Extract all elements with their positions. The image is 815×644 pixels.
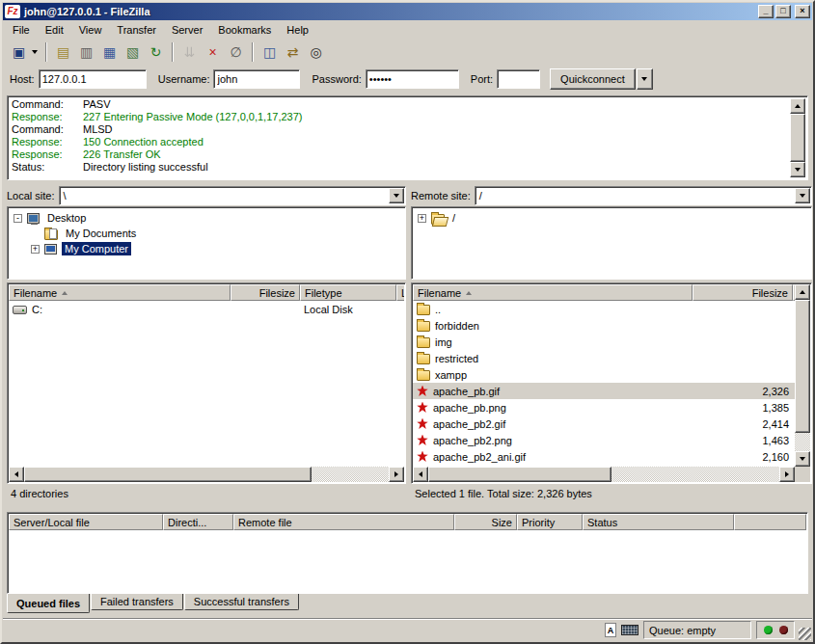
find-files-button[interactable]: ◎ [305, 41, 327, 63]
remote-hscrollbar[interactable] [413, 467, 795, 482]
column-header-remote-file[interactable]: Remote file [233, 514, 454, 530]
file-row[interactable]: apache_pb2.gif2,414 [413, 416, 795, 432]
column-header-filetype[interactable]: Filetype [300, 284, 396, 301]
tree-expander[interactable]: - [14, 214, 22, 223]
port-input[interactable] [497, 69, 540, 89]
tree-item-desktop[interactable]: -Desktop [8, 210, 405, 226]
directory-comparison-button[interactable]: ◫ [258, 41, 281, 63]
queue-body [9, 530, 806, 592]
file-row[interactable]: forbidden [413, 317, 795, 334]
log-line-text: PASV [83, 98, 111, 111]
menu-item-bookmarks[interactable]: Bookmarks [210, 21, 279, 39]
site-manager-button[interactable]: ▣ [8, 41, 30, 63]
disconnect-button[interactable]: ∅ [225, 41, 247, 63]
menu-item-file[interactable]: File [5, 21, 38, 39]
log-scrollbar[interactable] [790, 98, 805, 177]
local-site-label: Local site: [7, 190, 55, 201]
local-site-combo[interactable]: \ [59, 186, 406, 205]
synchronized-browsing-button[interactable]: ⇄ [282, 41, 304, 63]
scrollbar-thumb[interactable] [795, 300, 810, 433]
password-input[interactable] [366, 69, 459, 89]
file-row[interactable]: .. [413, 301, 795, 317]
column-header-l[interactable]: L [396, 284, 404, 301]
file-row[interactable]: apache_pb.gif2,326 [413, 383, 795, 399]
tree-expander[interactable]: + [31, 245, 40, 254]
file-row[interactable]: apache_pb2_ani.gif2,160 [413, 448, 795, 465]
column-header-label: Server/Local file [14, 517, 90, 528]
scrollbar-thumb[interactable] [24, 467, 312, 482]
menu-item-view[interactable]: View [71, 21, 110, 39]
filename-cell: xampp [413, 366, 693, 383]
scroll-down-button[interactable] [795, 451, 810, 467]
scroll-down-button[interactable] [790, 162, 805, 177]
column-header-size[interactable]: Size [454, 514, 517, 530]
file-row[interactable]: restricted [413, 350, 795, 366]
scroll-up-button[interactable] [790, 98, 805, 114]
tree-label: My Documents [63, 227, 139, 240]
quickconnect-dropdown-button[interactable] [637, 68, 653, 90]
tab-queued-files[interactable]: Queued files [7, 594, 90, 613]
titlebar[interactable]: Fz john@127.0.0.1 - FileZilla _ □ × [3, 3, 812, 20]
remote-site-combo[interactable]: / [475, 186, 812, 205]
column-header-directi[interactable]: Directi... [163, 514, 233, 530]
toggle-remote-tree-button[interactable]: ▦ [98, 41, 121, 63]
scrollbar-track[interactable] [795, 300, 810, 451]
column-header-filename[interactable]: Filename [9, 284, 231, 301]
site-manager-dropdown-button[interactable] [28, 41, 41, 63]
tree-item-my-documents[interactable]: My Documents [8, 226, 405, 241]
column-header-filesize[interactable]: Filesize [693, 284, 793, 301]
host-input[interactable] [39, 69, 147, 89]
username-input[interactable] [213, 69, 300, 89]
scrollbar-track[interactable] [790, 114, 805, 162]
tree-item-my-computer[interactable]: +My Computer [8, 241, 405, 256]
scrollbar-thumb[interactable] [790, 114, 805, 162]
scroll-up-button[interactable] [795, 284, 810, 300]
close-button[interactable]: × [795, 5, 810, 18]
column-header-filename[interactable]: Filename [413, 284, 693, 301]
toggle-transfer-queue-button[interactable]: ▧ [122, 41, 144, 63]
menu-item-transfer[interactable]: Transfer [109, 21, 164, 39]
scrollbar-thumb[interactable] [428, 467, 611, 482]
tab-failed-transfers[interactable]: Failed transfers [91, 594, 183, 610]
toggle-message-log-button[interactable]: ▤ [52, 41, 74, 63]
tree-item-item[interactable]: +/ [412, 210, 811, 226]
toggle-message-log-icon: ▤ [57, 45, 69, 59]
tree-expander[interactable]: + [418, 214, 426, 223]
encryption-status-icon[interactable] [621, 625, 638, 635]
file-row[interactable]: C:Local Disk [9, 301, 404, 317]
remote-vscrollbar[interactable] [795, 284, 810, 467]
log-line: Response:226 Transfer OK [12, 148, 788, 161]
file-row[interactable]: xampp [413, 366, 795, 383]
refresh-button[interactable]: ↻ [145, 41, 167, 63]
local-site-dropdown-button[interactable] [389, 188, 404, 203]
scroll-left-button[interactable] [413, 467, 428, 482]
cancel-operation-button[interactable]: × [202, 41, 224, 63]
tab-successful-transfers[interactable]: Successful transfers [184, 594, 299, 610]
process-queue-button[interactable]: ⇊ [178, 41, 201, 63]
column-header-filesize[interactable]: Filesize [231, 284, 300, 301]
remote-site-dropdown-button[interactable] [795, 188, 810, 203]
scrollbar-track[interactable] [24, 467, 389, 482]
scrollbar-track[interactable] [428, 467, 779, 482]
resize-grip[interactable] [799, 628, 811, 640]
minimize-button[interactable]: _ [758, 5, 774, 18]
local-hscrollbar[interactable] [9, 467, 404, 482]
quickconnect-button[interactable]: Quickconnect [550, 68, 636, 90]
scroll-left-button[interactable] [9, 467, 24, 482]
maximize-button[interactable]: □ [775, 5, 791, 18]
file-row[interactable]: apache_pb2.png1,463 [413, 432, 795, 448]
menu-item-edit[interactable]: Edit [38, 21, 71, 39]
transfer-type-icon[interactable]: A [605, 623, 616, 637]
menu-item-server[interactable]: Server [164, 21, 210, 39]
toggle-local-tree-button[interactable]: ▥ [75, 41, 97, 63]
column-header-status[interactable]: Status [583, 514, 734, 530]
scroll-right-button[interactable] [389, 467, 404, 482]
file-row[interactable]: img [413, 334, 795, 350]
column-header-priority[interactable]: Priority [517, 514, 583, 530]
scroll-right-button[interactable] [779, 467, 795, 482]
image-file-icon [417, 435, 428, 446]
filename-cell: .. [413, 301, 693, 317]
file-row[interactable]: apache_pb.png1,385 [413, 399, 795, 416]
column-header-server-local-file[interactable]: Server/Local file [9, 514, 163, 530]
menu-item-help[interactable]: Help [279, 21, 316, 39]
